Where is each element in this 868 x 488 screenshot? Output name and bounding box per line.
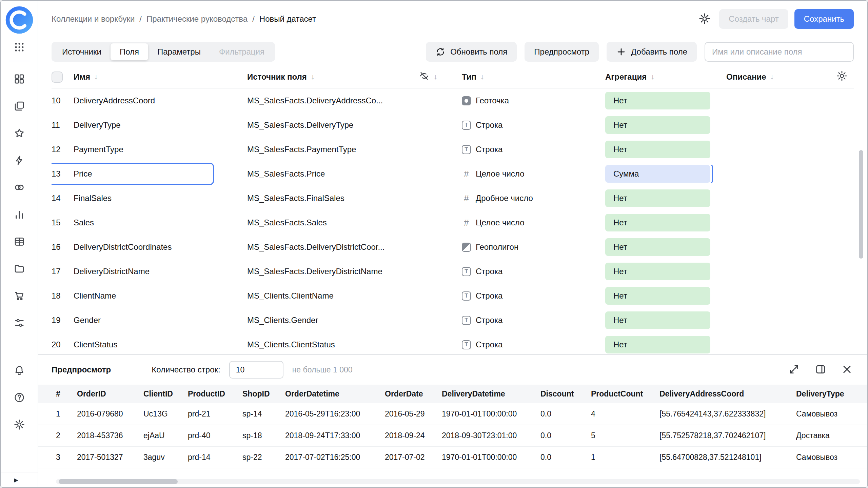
eye-off-icon[interactable]: [419, 70, 430, 83]
preview-cell: 0.0: [540, 431, 591, 440]
table-row[interactable]: 19GenderMS_Clients.GenderTСтрокаНет: [52, 308, 854, 332]
table-row[interactable]: 14FinalSalesMS_SalesFacts.FinalSales#Дро…: [52, 186, 854, 210]
breadcrumb-guides[interactable]: Практические руководства: [146, 14, 248, 24]
preview-cell: 3: [56, 453, 77, 462]
row-count-input[interactable]: [229, 361, 283, 379]
field-source-cell: MS_SalesFacts.Sales: [247, 218, 419, 227]
close-icon: [841, 364, 853, 376]
sidebar-item-charts[interactable]: [10, 206, 29, 225]
column-header-description[interactable]: Описание: [726, 72, 766, 82]
add-field-button[interactable]: Добавить поле: [607, 42, 697, 62]
aggregation-select[interactable]: Нет: [605, 263, 710, 280]
preview-cell: 2: [56, 431, 77, 440]
sliders-icon: [14, 317, 25, 330]
preview-cell: 2016-05-29T16:23:00: [285, 409, 385, 419]
sidebar-settings-button[interactable]: [10, 416, 29, 435]
table-row[interactable]: 18ClientNameMS_Clients.ClientNameTСтрока…: [52, 284, 854, 308]
vertical-scrollbar-thumb[interactable]: [859, 150, 863, 259]
apps-grid-icon[interactable]: [10, 38, 29, 57]
field-type-cell: #Целое число: [462, 169, 605, 179]
row-number-cell: 13: [52, 169, 74, 179]
aggregation-select[interactable]: Нет: [605, 189, 710, 207]
preview-panel: Предпросмотр Количество строк: не больше…: [38, 354, 867, 487]
sidebar-item-navigation[interactable]: [10, 70, 29, 89]
preview-controls: [787, 363, 854, 377]
tab-sources[interactable]: Источники: [53, 43, 111, 60]
horizontal-scrollbar-thumb[interactable]: [59, 479, 178, 484]
tab-fields[interactable]: Поля: [111, 43, 148, 60]
preview-toggle-label: Предпросмотр: [534, 47, 589, 57]
collapse-sidebar-button[interactable]: ▸: [1, 472, 38, 487]
aggregation-select[interactable]: Нет: [605, 92, 710, 109]
sidebar-item-datasets[interactable]: [10, 179, 29, 198]
sidebar-item-files[interactable]: [10, 260, 29, 279]
string-type-icon: T: [462, 316, 471, 325]
aggregation-select[interactable]: Нет: [605, 311, 710, 329]
table-row[interactable]: 11DeliveryTypeMS_SalesFacts.DeliveryType…: [52, 113, 854, 137]
tab-filtration[interactable]: Фильтрация: [210, 43, 274, 60]
create-chart-button[interactable]: Создать чарт: [719, 9, 788, 29]
sidebar-item-marketplace[interactable]: [10, 287, 29, 306]
table-row[interactable]: 13PriceMS_SalesFacts.Price#Целое числоСу…: [52, 162, 854, 186]
field-search-input[interactable]: [705, 42, 854, 62]
column-header-aggregation[interactable]: Агрегация: [605, 72, 647, 82]
geopoint-type-icon: [462, 96, 471, 105]
preview-column-header: OrderDatetime: [285, 389, 385, 399]
sort-icon[interactable]: ↓: [480, 73, 484, 81]
field-type-cell: TСтрока: [462, 291, 605, 301]
aggregation-select[interactable]: Нет: [605, 116, 710, 134]
column-header-name[interactable]: Имя: [74, 72, 90, 82]
preview-cell: 2018-09-30T23:01:00: [442, 431, 540, 440]
close-preview-button[interactable]: [840, 363, 854, 377]
datalens-logo[interactable]: [4, 5, 34, 35]
field-type-label: Целое число: [476, 218, 524, 227]
sort-icon[interactable]: ↓: [434, 73, 437, 81]
sidebar-item-workbooks[interactable]: [10, 97, 29, 116]
aggregation-select[interactable]: Нет: [605, 141, 710, 158]
aggregation-select[interactable]: Нет: [605, 336, 710, 353]
aggregation-select[interactable]: Сумма: [605, 165, 710, 183]
string-type-icon: T: [462, 267, 471, 276]
geopolygon-type-icon: [462, 243, 471, 252]
field-name-cell: Gender: [74, 316, 247, 325]
expand-icon: [788, 364, 800, 376]
preview-toggle-button[interactable]: Предпросмотр: [525, 42, 599, 62]
notifications-button[interactable]: [10, 362, 29, 381]
table-row[interactable]: 10DeliveryAddressCoordMS_SalesFacts.Deli…: [52, 88, 854, 113]
table-settings-gear-icon[interactable]: [836, 70, 848, 84]
sort-icon[interactable]: ↓: [770, 73, 774, 81]
aggregation-select[interactable]: Нет: [605, 238, 710, 256]
aggregation-select[interactable]: Нет: [605, 214, 710, 231]
sidebar-item-services[interactable]: [10, 314, 29, 333]
column-header-type[interactable]: Тип: [462, 72, 476, 82]
settings-gear-button[interactable]: [696, 11, 713, 27]
sort-icon[interactable]: ↓: [311, 73, 315, 81]
sidebar-item-connections[interactable]: [10, 151, 29, 170]
table-row[interactable]: 12PaymentTypeMS_SalesFacts.PaymentTypeTС…: [52, 137, 854, 162]
float-type-icon: #: [462, 194, 471, 203]
maximize-preview-button[interactable]: [787, 363, 801, 377]
dock-preview-button[interactable]: [814, 363, 827, 377]
preview-cell: 0.0: [540, 409, 591, 419]
preview-column-header: DeliveryAddressCoord: [659, 389, 796, 399]
sidebar-item-dashboards[interactable]: [10, 233, 29, 252]
table-row[interactable]: 16DeliveryDistrictCoordinatesMS_SalesFac…: [52, 235, 854, 259]
column-header-source[interactable]: Источник поля: [247, 72, 307, 82]
help-button[interactable]: [10, 389, 29, 408]
save-button[interactable]: Сохранить: [794, 9, 854, 29]
sort-icon[interactable]: ↓: [94, 73, 98, 81]
sidebar-item-favorites[interactable]: [10, 124, 29, 143]
field-source-cell: MS_SalesFacts.DeliveryType: [247, 120, 419, 130]
aggregation-select[interactable]: Нет: [605, 287, 710, 305]
refresh-fields-button[interactable]: Обновить поля: [426, 42, 517, 62]
table-row[interactable]: 17DeliveryDistrictNameMS_SalesFacts.Deli…: [52, 259, 854, 284]
sort-icon[interactable]: ↓: [651, 73, 654, 81]
table-row[interactable]: 20ClientStatusMS_Clients.ClientStatusTСт…: [52, 332, 854, 354]
tab-parameters[interactable]: Параметры: [148, 43, 210, 60]
field-name-cell: DeliveryDistrictCoordinates: [74, 242, 247, 252]
dataset-tabs: Источники Поля Параметры Фильтрация: [52, 42, 275, 62]
select-all-checkbox[interactable]: [52, 72, 63, 83]
table-row[interactable]: 15SalesMS_SalesFacts.Sales#Целое числоНе…: [52, 210, 854, 235]
breadcrumb-collections[interactable]: Коллекции и воркбуки: [52, 14, 135, 24]
preview-table-header: #OrderIDClientIDProductIDShopIDOrderDate…: [38, 385, 867, 403]
